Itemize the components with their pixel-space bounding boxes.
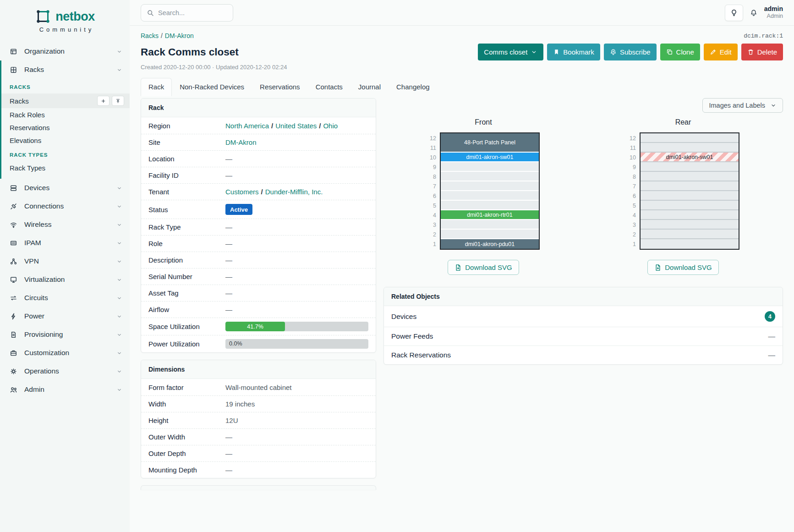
chevron-down-icon — [116, 277, 122, 283]
tab-non-racked-devices[interactable]: Non-Racked Devices — [172, 78, 252, 96]
rack-unit-empty[interactable] — [641, 172, 739, 181]
value-link[interactable]: North America — [225, 122, 269, 130]
sidebar-item-racks[interactable]: Racks — [1, 60, 130, 79]
bookmark-button[interactable]: Bookmark — [547, 44, 600, 60]
sidebar-item-provisioning[interactable]: Provisioning — [0, 325, 130, 344]
rack-unit-empty[interactable] — [641, 220, 739, 230]
chevron-down-icon — [116, 332, 122, 338]
related-object-row[interactable]: Devices4 — [384, 306, 783, 327]
rack-unit-empty[interactable] — [441, 220, 539, 230]
field-label: Height — [148, 417, 225, 424]
tab-journal[interactable]: Journal — [350, 78, 389, 96]
sidebar-item-customization[interactable]: Customization — [0, 344, 130, 362]
rack-unit-device[interactable]: dmi01-akron-sw01 — [641, 153, 739, 162]
sidebar-item-rack-types[interactable]: Rack Types — [1, 161, 130, 174]
rack-unit-empty[interactable] — [441, 230, 539, 239]
sidebar-item-admin[interactable]: Admin — [0, 380, 130, 399]
search-box[interactable] — [141, 4, 233, 22]
search-input[interactable] — [158, 9, 227, 16]
sidebar-item-rack-roles[interactable]: Rack Roles — [1, 108, 130, 121]
value-link[interactable]: Customers — [225, 188, 259, 196]
panel-title: Dimensions — [141, 360, 376, 379]
breadcrumb-link[interactable]: Racks — [141, 32, 159, 39]
tab-reservations[interactable]: Reservations — [252, 78, 308, 96]
tab-contacts[interactable]: Contacts — [308, 78, 350, 96]
field-label: Width — [148, 400, 225, 408]
related-object-row[interactable]: Rack Reservations— — [384, 346, 783, 364]
field-value: — — [225, 466, 232, 474]
theme-toggle-button[interactable] — [725, 5, 743, 21]
sidebar-item-label: Connections — [24, 202, 64, 210]
rack-unit-empty[interactable] — [441, 201, 539, 210]
user-menu[interactable]: admin Admin — [764, 5, 783, 20]
panel-title: Related Objects — [384, 287, 783, 306]
bookmark-icon — [553, 49, 560, 55]
field-value: Wall-mounted cabinet — [225, 384, 292, 391]
sidebar-item-power[interactable]: Power — [0, 307, 130, 325]
sidebar-item-vpn[interactable]: VPN — [0, 252, 130, 270]
breadcrumb: Racks/DM-Akron — [141, 32, 194, 39]
clone-button[interactable]: Clone — [660, 44, 700, 60]
sidebar-item-racks[interactable]: Racks — [1, 93, 130, 108]
download-svg-button[interactable]: Download SVG — [448, 260, 519, 275]
tab-rack[interactable]: Rack — [141, 78, 172, 96]
sidebar-item-virtualization[interactable]: Virtualization — [0, 270, 130, 289]
rack-unit-empty[interactable] — [441, 172, 539, 181]
sidebar-item-operations[interactable]: Operations — [0, 362, 130, 380]
chevron-down-icon — [116, 222, 122, 228]
download-svg-button[interactable]: Download SVG — [647, 260, 719, 275]
rack-unit-empty[interactable] — [641, 230, 739, 239]
sidebar-item-wireless[interactable]: Wireless — [0, 215, 130, 234]
elevation-view-select[interactable]: Images and Labels — [702, 98, 783, 113]
value-link[interactable]: Dunder-Mifflin, Inc. — [265, 188, 323, 196]
rack-unit-empty[interactable] — [441, 162, 539, 172]
field-label: Region — [148, 122, 225, 130]
rack-unit-device[interactable]: 48-Port Patch Panel — [441, 133, 539, 153]
field-label: Description — [148, 256, 225, 264]
netbox-logo[interactable]: netbox Community — [0, 5, 130, 35]
delete-button[interactable]: Delete — [741, 44, 783, 60]
rack-unit-device[interactable]: dmi01-akron-pdu01 — [441, 239, 539, 249]
rack-unit-empty[interactable] — [641, 133, 739, 143]
rack-unit-empty[interactable] — [641, 201, 739, 210]
brand-community: Community — [36, 26, 94, 33]
import-button[interactable] — [112, 96, 124, 106]
rack-unit-empty[interactable] — [441, 191, 539, 201]
sidebar-item-reservations[interactable]: Reservations — [1, 121, 130, 134]
subscribe-button[interactable]: Subscribe — [604, 44, 657, 60]
brand-name: netbox — [55, 10, 95, 24]
rack-unit-device[interactable]: dmi01-akron-rtr01 — [441, 210, 539, 220]
comms-closet-button[interactable]: Comms closet — [478, 44, 543, 60]
value-link[interactable]: Ohio — [323, 122, 338, 130]
sidebar-item-ipam[interactable]: IPAM — [0, 234, 130, 252]
rack-unit-device[interactable]: dmi01-akron-sw01 — [441, 153, 539, 162]
notifications-bell-icon[interactable] — [750, 9, 757, 16]
field-label: Power Utilization — [148, 340, 225, 348]
rack-unit-empty[interactable] — [641, 191, 739, 201]
rack-unit-empty[interactable] — [441, 181, 539, 191]
rack-unit-empty[interactable] — [641, 162, 739, 172]
add-button[interactable] — [97, 96, 110, 106]
quick-actions — [97, 96, 124, 106]
value-link[interactable]: DM-Akron — [225, 138, 257, 146]
sidebar-item-circuits[interactable]: Circuits — [0, 289, 130, 307]
field-value: — — [225, 155, 232, 163]
rack-unit-empty[interactable] — [641, 143, 739, 153]
sidebar-item-label: Reservations — [10, 124, 50, 132]
sidebar-item-elevations[interactable]: Elevations — [1, 134, 130, 147]
field-value: — — [225, 306, 232, 313]
sidebar-item-connections[interactable]: Connections — [0, 197, 130, 215]
rack-unit-empty[interactable] — [641, 210, 739, 220]
field-row: TenantCustomers/Dunder-Mifflin, Inc. — [141, 183, 376, 200]
rack-unit-empty[interactable] — [641, 181, 739, 191]
breadcrumb-link[interactable]: DM-Akron — [165, 32, 194, 39]
sidebar-item-organization[interactable]: Organization — [0, 42, 130, 60]
search-icon — [147, 9, 154, 16]
related-object-row[interactable]: Power Feeds— — [384, 327, 783, 346]
tab-changelog[interactable]: Changelog — [389, 78, 438, 96]
rack-unit-empty[interactable] — [641, 239, 739, 249]
sidebar-item-devices[interactable]: Devices — [0, 179, 130, 197]
value-link[interactable]: United States — [275, 122, 317, 130]
virtualization-icon — [10, 276, 17, 284]
edit-button[interactable]: Edit — [704, 44, 738, 60]
